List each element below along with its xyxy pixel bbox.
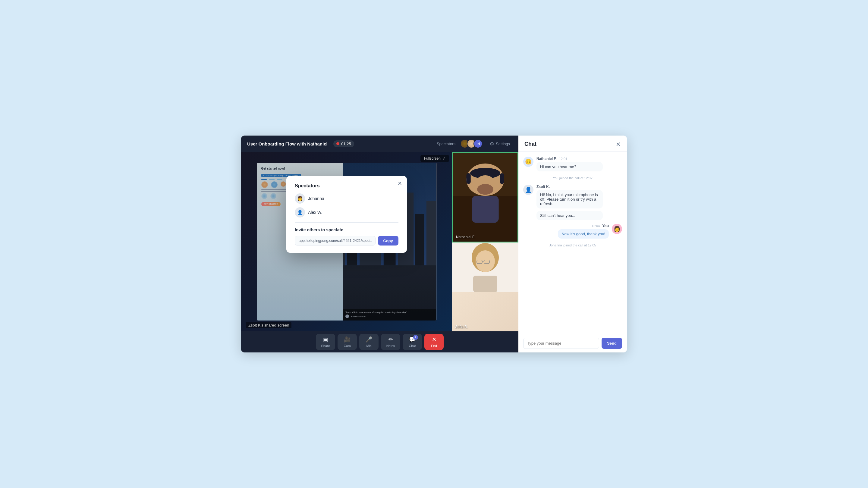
msg-sender-nathaniel: Nathaniel F. bbox=[536, 157, 557, 161]
chat-panel: Chat ✕ 😊 Nathaniel F. 12:01 Hi can you h… bbox=[518, 135, 627, 352]
nathaniel-label: Nathaniel F. bbox=[456, 235, 475, 239]
end-button[interactable]: ✕ End bbox=[424, 334, 444, 350]
mic-label: Mic bbox=[366, 344, 371, 348]
recording-time: 01:25 bbox=[341, 141, 351, 146]
spectator-name-alex: Alex W. bbox=[308, 210, 322, 215]
main-panel: User Onboarding Flow with Nathaniel 01:2… bbox=[241, 135, 518, 352]
toolbar: ▣ Share 🎥 Cam 🎤 Mic ✏ Notes 💬 2 Chat bbox=[241, 331, 518, 352]
mic-icon: 🎤 bbox=[366, 336, 372, 343]
sofia-video bbox=[452, 242, 518, 331]
share-icon: ▣ bbox=[323, 336, 328, 343]
header-right: Spectators +4 ⚙ Settings bbox=[437, 139, 513, 148]
modal-divider bbox=[295, 222, 398, 223]
spectator-johanna: 👩 Johanna bbox=[295, 193, 398, 204]
chat-button[interactable]: 💬 2 Chat bbox=[403, 334, 422, 350]
copy-button[interactable]: Copy bbox=[378, 236, 399, 246]
end-label: End bbox=[431, 344, 437, 348]
avatar-plus[interactable]: +4 bbox=[473, 139, 483, 148]
avatar-nathaniel-chat: 😊 bbox=[523, 157, 533, 167]
spectator-avatar-johanna: 👩 bbox=[295, 193, 305, 204]
msg-bubbles-nathaniel: Hi can you hear me? bbox=[536, 162, 622, 171]
chat-title: Chat bbox=[524, 141, 536, 147]
svg-rect-25 bbox=[473, 275, 497, 292]
svg-rect-14 bbox=[466, 173, 470, 184]
sofia-face-svg bbox=[452, 242, 518, 292]
msg-bubble-own: Now it's good, thank you! bbox=[558, 229, 609, 238]
msg-header-zsolt: Zsolt K. bbox=[536, 185, 622, 189]
svg-point-21 bbox=[475, 250, 495, 272]
session-title: User Onboarding Flow with Nathaniel bbox=[247, 141, 330, 147]
avatars-group[interactable]: +4 bbox=[460, 139, 483, 148]
invite-title: Invite others to spectate bbox=[295, 227, 398, 232]
svg-rect-15 bbox=[500, 173, 504, 184]
msg-time-nathaniel: 12:01 bbox=[559, 157, 567, 161]
svg-rect-18 bbox=[472, 196, 498, 223]
msg-header-own: 12:04 You bbox=[523, 224, 609, 228]
system-message-joined: You joined the call at 12:02 bbox=[523, 176, 622, 180]
invite-row: Copy bbox=[295, 236, 398, 246]
invite-url-input[interactable] bbox=[295, 236, 375, 246]
spectator-name-johanna: Johanna bbox=[308, 196, 324, 201]
msg-content-zsolt: Zsolt K. Hi! No, I think your microphone… bbox=[536, 185, 622, 220]
msg-content-nathaniel: Nathaniel F. 12:01 Hi can you hear me? bbox=[536, 157, 622, 171]
send-button[interactable]: Send bbox=[601, 338, 622, 349]
msg-content-own: 12:04 You Now it's good, thank you! bbox=[523, 224, 609, 238]
notes-button[interactable]: ✏ Notes bbox=[381, 334, 400, 350]
msg-bubbles-own: Now it's good, thank you! bbox=[523, 229, 609, 238]
nathaniel-face-svg bbox=[453, 153, 518, 241]
msg-bubbles-zsolt: Hi! No, I think your microphone is off. … bbox=[536, 190, 622, 220]
message-group-zsolt: 👤 Zsolt K. Hi! No, I think your micropho… bbox=[523, 185, 622, 220]
video-cell-sofia: Sofia R. bbox=[452, 242, 518, 331]
chat-close-button[interactable]: ✕ bbox=[616, 141, 621, 147]
gear-icon: ⚙ bbox=[490, 141, 494, 147]
chat-input[interactable] bbox=[523, 338, 599, 349]
spectators-label: Spectators bbox=[437, 141, 456, 146]
system-message-johanna: Johanna joined the call at 12:05 bbox=[523, 243, 622, 247]
settings-button[interactable]: ⚙ Settings bbox=[487, 140, 513, 148]
sofia-label: Sofia R. bbox=[455, 325, 468, 329]
settings-label: Settings bbox=[496, 141, 510, 146]
avatar-own-chat: 👩 bbox=[612, 224, 622, 234]
svg-point-17 bbox=[477, 184, 493, 195]
msg-bubble-zsolt-1: Hi! No, I think your microphone is off. … bbox=[536, 190, 603, 208]
shared-screen: Get started now! 4,170 clicks (20.22%) -… bbox=[241, 152, 452, 331]
chat-input-area: Send bbox=[518, 334, 627, 352]
msg-time-own: 12:04 bbox=[592, 224, 600, 228]
chat-badge-count: 2 bbox=[413, 335, 418, 340]
modal-title: Spectators bbox=[295, 183, 398, 189]
spectators-modal: Spectators ✕ 👩 Johanna 👤 Alex W. Invite … bbox=[286, 176, 407, 253]
content-area: Get started now! 4,170 clicks (20.22%) -… bbox=[241, 152, 518, 331]
chat-badge-container: 💬 2 bbox=[409, 336, 415, 343]
msg-bubble-zsolt-2: Still can't hear you... bbox=[536, 211, 603, 220]
cam-label: Cam bbox=[344, 344, 350, 348]
end-icon: ✕ bbox=[432, 336, 436, 343]
chat-messages: 😊 Nathaniel F. 12:01 Hi can you hear me?… bbox=[518, 152, 627, 334]
cam-icon: 🎥 bbox=[344, 336, 350, 343]
recording-dot bbox=[336, 142, 339, 145]
msg-header-nathaniel: Nathaniel F. 12:01 bbox=[536, 157, 622, 161]
msg-sender-own: You bbox=[602, 224, 609, 228]
notes-icon: ✏ bbox=[389, 336, 393, 343]
message-group-own: 👩 12:04 You Now it's good, thank you! bbox=[523, 224, 622, 238]
video-grid: Nathaniel F. bbox=[452, 152, 518, 331]
header: User Onboarding Flow with Nathaniel 01:2… bbox=[241, 135, 518, 152]
recording-badge: 01:25 bbox=[333, 140, 354, 147]
mic-button[interactable]: 🎤 Mic bbox=[359, 334, 378, 350]
video-cell-nathaniel: Nathaniel F. bbox=[452, 152, 518, 242]
spectator-alex: 👤 Alex W. bbox=[295, 207, 398, 218]
share-button[interactable]: ▣ Share bbox=[316, 334, 335, 350]
message-group-nathaniel: 😊 Nathaniel F. 12:01 Hi can you hear me? bbox=[523, 157, 622, 171]
avatar-zsolt-chat: 👤 bbox=[523, 185, 533, 195]
chat-header: Chat ✕ bbox=[518, 135, 627, 152]
chat-label: Chat bbox=[409, 344, 415, 348]
cam-button[interactable]: 🎥 Cam bbox=[338, 334, 357, 350]
nathaniel-video bbox=[453, 153, 518, 241]
share-label: Share bbox=[321, 344, 330, 348]
modal-close-button[interactable]: ✕ bbox=[398, 181, 402, 186]
msg-bubble: Hi can you hear me? bbox=[536, 162, 603, 171]
notes-label: Notes bbox=[386, 344, 395, 348]
msg-sender-zsolt: Zsolt K. bbox=[536, 185, 550, 189]
spectators-modal-overlay: Spectators ✕ 👩 Johanna 👤 Alex W. Invite … bbox=[241, 152, 452, 331]
spectator-avatar-alex: 👤 bbox=[295, 207, 305, 218]
